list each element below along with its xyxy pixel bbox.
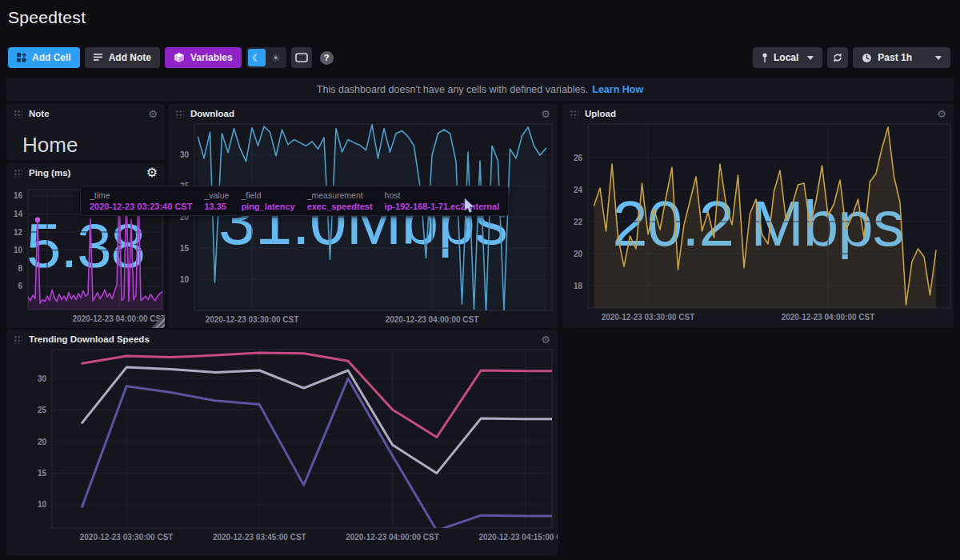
note-lines-icon	[94, 53, 103, 62]
help-label: ?	[324, 53, 330, 62]
tooltip-value: ip-192-168-1-71.ec2.internal	[385, 202, 500, 211]
chevron-down-icon	[935, 56, 942, 60]
gear-icon[interactable]: ⚙	[148, 109, 158, 119]
variables-button[interactable]: Variables	[165, 47, 242, 68]
toolbar-right: Local Past 1h	[753, 47, 950, 68]
tooltip-value: 2020-12-23 03:23:40 CST	[90, 202, 192, 211]
add-cell-label: Add Cell	[32, 52, 71, 63]
presentation-mode-icon	[295, 53, 308, 62]
panel-note-header[interactable]: Note ⚙	[6, 104, 165, 123]
help-button[interactable]: ?	[320, 51, 334, 65]
upload-chart[interactable]	[562, 104, 954, 328]
panel-upload: Upload ⚙ 20.2 Mbps 18202224262020-12-23 …	[562, 104, 954, 328]
add-cell-icon	[17, 53, 26, 62]
timezone-dropdown[interactable]: Local	[753, 47, 822, 68]
tooltip-label: _field	[241, 190, 294, 200]
tooltip-value: ping_latency	[241, 202, 294, 211]
drag-handle-icon[interactable]	[14, 110, 22, 118]
sun-icon[interactable]: ☀	[267, 49, 285, 66]
tooltip-value: exec_speedtest	[307, 202, 373, 211]
variables-label: Variables	[190, 52, 233, 63]
mouse-cursor	[464, 198, 477, 214]
tooltip-column: _measurement exec_speedtest	[307, 190, 373, 211]
theme-toggle: ☾ ☀	[246, 47, 286, 68]
trending-chart[interactable]	[6, 330, 558, 555]
tooltip-column: _field ping_latency	[241, 190, 294, 211]
cube-icon	[174, 52, 185, 63]
panel-title: Note	[29, 109, 50, 118]
tooltip-column: _value 13.35	[204, 190, 229, 211]
presentation-mode-button[interactable]	[291, 47, 312, 68]
add-note-label: Add Note	[109, 52, 151, 63]
time-range-dropdown[interactable]: Past 1h	[853, 47, 950, 68]
tooltip-label: _time	[90, 190, 192, 200]
panel-note: Note ⚙ Home	[6, 104, 165, 160]
tooltip-label: _measurement	[307, 190, 373, 200]
chevron-down-icon	[807, 56, 814, 60]
timezone-label: Local	[774, 52, 798, 63]
add-note-button[interactable]: Add Note	[85, 47, 160, 68]
pin-icon	[762, 53, 768, 63]
tooltip-label: _value	[204, 190, 229, 200]
download-chart[interactable]	[168, 104, 558, 328]
note-content: Home	[6, 123, 165, 158]
add-cell-button[interactable]: Add Cell	[8, 47, 80, 68]
tooltip-column: host ip-192-168-1-71.ec2.internal	[385, 190, 500, 211]
tooltip-value: 13.35	[204, 202, 229, 211]
clock-icon	[862, 53, 872, 63]
tooltip-column: _time 2020-12-23 03:23:40 CST	[90, 190, 192, 211]
notice-text: This dashboard doesn't have any cells wi…	[317, 84, 588, 95]
page-title: Speedtest	[8, 8, 86, 27]
moon-icon[interactable]: ☾	[248, 49, 266, 66]
hover-tooltip: _time 2020-12-23 03:23:40 CST _value 13.…	[80, 186, 509, 216]
toolbar: Add Cell Add Note Variables ☾ ☀	[8, 47, 950, 68]
tooltip-label: host	[385, 190, 500, 200]
learn-how-link[interactable]: Learn How	[592, 84, 643, 95]
refresh-button[interactable]	[827, 47, 848, 68]
panel-download: Download ⚙ 31.0Mbps 10152025302020-12-23…	[168, 104, 558, 328]
panel-trending: Trending Download Speeds ⚙ 1015202530202…	[6, 330, 558, 555]
refresh-icon	[832, 52, 843, 63]
variables-notice: This dashboard doesn't have any cells wi…	[6, 78, 954, 101]
dashboard-page: Speedtest Add Cell Add Note Variables	[0, 0, 960, 560]
toolbar-left: Add Cell Add Note Variables ☾ ☀	[8, 47, 334, 68]
time-range-label: Past 1h	[878, 52, 912, 63]
